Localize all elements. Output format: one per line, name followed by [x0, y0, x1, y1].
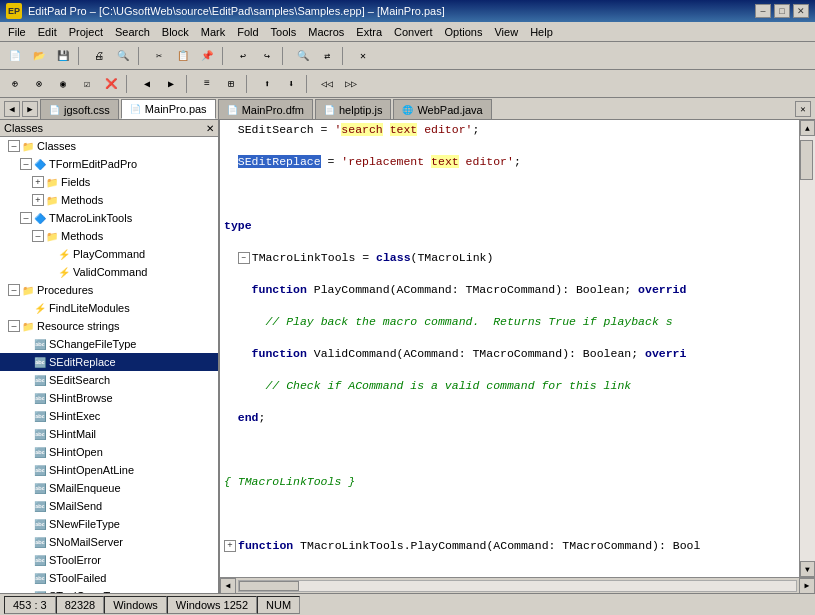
tree-node-shintexec[interactable]: 🔤 SHintExec [0, 407, 218, 425]
tab-dfm-icon: 📄 [227, 105, 238, 115]
nav-prev[interactable]: ◁◁ [316, 73, 338, 95]
menu-tools[interactable]: Tools [265, 24, 303, 40]
close-button[interactable]: ✕ [793, 4, 809, 18]
tb2-btn4[interactable]: ☑ [76, 73, 98, 95]
open-button[interactable]: 📂 [28, 45, 50, 67]
code-editor[interactable]: SEditSearch = 'search text editor'; SEdi… [220, 120, 799, 577]
tree-node-findlite[interactable]: ⚡ FindLiteModules [0, 299, 218, 317]
scroll-right-btn[interactable]: ▶ [799, 578, 815, 594]
menu-search[interactable]: Search [109, 24, 156, 40]
tree-node-fields[interactable]: + 📁 Fields [0, 173, 218, 191]
preview-button[interactable]: 🔍 [112, 45, 134, 67]
tb2-btn2[interactable]: ⊗ [28, 73, 50, 95]
hscroll-track[interactable] [238, 580, 797, 592]
save-button[interactable]: 💾 [52, 45, 74, 67]
hscroll-thumb[interactable] [239, 581, 299, 591]
expand-classes[interactable]: – [8, 140, 20, 152]
tree-node-seditreplace[interactable]: 🔤 SEditReplace [0, 353, 218, 371]
tree-node-schangefiletype[interactable]: 🔤 SChangeFileType [0, 335, 218, 353]
menu-view[interactable]: View [488, 24, 524, 40]
tree-node-tmacro[interactable]: – 🔷 TMacroLinkTools [0, 209, 218, 227]
tree-node-shintmail[interactable]: 🔤 SHintMail [0, 425, 218, 443]
menu-convert[interactable]: Convert [388, 24, 439, 40]
scroll-down-btn[interactable]: ▼ [800, 561, 815, 577]
menu-fold[interactable]: Fold [231, 24, 264, 40]
panel-close[interactable]: ✕ [352, 45, 374, 67]
tree-node-tformeditpadpro[interactable]: – 🔷 TFormEditPadPro [0, 155, 218, 173]
redo-button[interactable]: ↪ [256, 45, 278, 67]
menu-project[interactable]: Project [63, 24, 109, 40]
align-button[interactable]: ⊞ [220, 73, 242, 95]
menu-edit[interactable]: Edit [32, 24, 63, 40]
expand-tform[interactable]: – [20, 158, 32, 170]
tree-node-methods1[interactable]: + 📁 Methods [0, 191, 218, 209]
scroll-thumb[interactable] [800, 140, 813, 180]
print-button[interactable]: 🖨 [88, 45, 110, 67]
indent-button[interactable]: ≡ [196, 73, 218, 95]
tab-scroll-left[interactable]: ◀ [4, 101, 20, 117]
scroll-left-btn[interactable]: ◀ [220, 578, 236, 594]
tb2-btn9[interactable]: ⬇ [280, 73, 302, 95]
expand-methods2[interactable]: – [32, 230, 44, 242]
expand-methods1[interactable]: + [32, 194, 44, 206]
menu-help[interactable]: Help [524, 24, 559, 40]
tb2-btn5[interactable]: ❌ [100, 73, 122, 95]
tree-node-stoolerror[interactable]: 🔤 SToolError [0, 551, 218, 569]
menu-extra[interactable]: Extra [350, 24, 388, 40]
tree-node-playcommand[interactable]: ⚡ PlayCommand [0, 245, 218, 263]
expand-tmacro[interactable]: – [20, 212, 32, 224]
copy-button[interactable]: 📋 [172, 45, 194, 67]
tree-label-schangefiletype: SChangeFileType [49, 338, 136, 350]
horizontal-scrollbar[interactable]: ◀ ▶ [220, 577, 815, 593]
tab-close-btn[interactable]: ✕ [795, 101, 811, 117]
maximize-button[interactable]: □ [774, 4, 790, 18]
expand-procedures[interactable]: – [8, 284, 20, 296]
tree-close-button[interactable]: ✕ [206, 123, 214, 134]
tree-node-validcommand[interactable]: ⚡ ValidCommand [0, 263, 218, 281]
tree-node-procedures[interactable]: – 📁 Procedures [0, 281, 218, 299]
tab-helptip[interactable]: 📄 helptip.js [315, 99, 391, 119]
tree-node-resourcestrings[interactable]: – 📁 Resource strings [0, 317, 218, 335]
menu-mark[interactable]: Mark [195, 24, 231, 40]
tab-webpad[interactable]: 🌐 WebPad.java [393, 99, 491, 119]
scroll-up-btn[interactable]: ▲ [800, 120, 815, 136]
nav-next[interactable]: ▷▷ [340, 73, 362, 95]
expand-fields[interactable]: + [32, 176, 44, 188]
new-button[interactable]: 📄 [4, 45, 26, 67]
minimize-button[interactable]: – [755, 4, 771, 18]
tab-jgsoft[interactable]: 📄 jgsoft.css [40, 99, 119, 119]
search-button[interactable]: 🔍 [292, 45, 314, 67]
menu-options[interactable]: Options [439, 24, 489, 40]
tab-mainpro-pas[interactable]: 📄 MainPro.pas [121, 99, 216, 119]
tab-mainpro-dfm[interactable]: 📄 MainPro.dfm [218, 99, 313, 119]
tree-node-shintopenatline[interactable]: 🔤 SHintOpenAtLine [0, 461, 218, 479]
tree-node-classes[interactable]: – 📁 Classes [0, 137, 218, 155]
paste-button[interactable]: 📌 [196, 45, 218, 67]
vertical-scrollbar[interactable]: ▲ ▼ [799, 120, 815, 577]
tree-node-shintopen[interactable]: 🔤 SHintOpen [0, 443, 218, 461]
expand-resourcestrings[interactable]: – [8, 320, 20, 332]
menu-block[interactable]: Block [156, 24, 195, 40]
menu-file[interactable]: File [2, 24, 32, 40]
cut-button[interactable]: ✂ [148, 45, 170, 67]
tree-node-snewfiletype[interactable]: 🔤 SNewFileType [0, 515, 218, 533]
tb2-btn6[interactable]: ◀ [136, 73, 158, 95]
tb2-btn7[interactable]: ▶ [160, 73, 182, 95]
tb2-btn1[interactable]: ⊕ [4, 73, 26, 95]
tree-node-snomailserver[interactable]: 🔤 SNoMailServer [0, 533, 218, 551]
code-line-2: SEditReplace = 'replacement text editor'… [224, 154, 795, 170]
tab-scroll-right[interactable]: ▶ [22, 101, 38, 117]
tree-node-shintbrowse[interactable]: 🔤 SHintBrowse [0, 389, 218, 407]
scroll-track[interactable] [800, 136, 815, 561]
tb2-btn8[interactable]: ⬆ [256, 73, 278, 95]
tb2-btn3[interactable]: ◉ [52, 73, 74, 95]
undo-button[interactable]: ↩ [232, 45, 254, 67]
replace-button[interactable]: ⇄ [316, 45, 338, 67]
tree-node-smallsend[interactable]: 🔤 SMailSend [0, 497, 218, 515]
tree-node-stoolfailed[interactable]: 🔤 SToolFailed [0, 569, 218, 587]
tree-node-smallenqueue[interactable]: 🔤 SMailEnqueue [0, 479, 218, 497]
tree-node-seditsearch[interactable]: 🔤 SEditSearch [0, 371, 218, 389]
tree-node-stoolopentemp[interactable]: 🔤 SToolOpenTemp [0, 587, 218, 593]
tree-node-methods2[interactable]: – 📁 Methods [0, 227, 218, 245]
menu-macros[interactable]: Macros [302, 24, 350, 40]
